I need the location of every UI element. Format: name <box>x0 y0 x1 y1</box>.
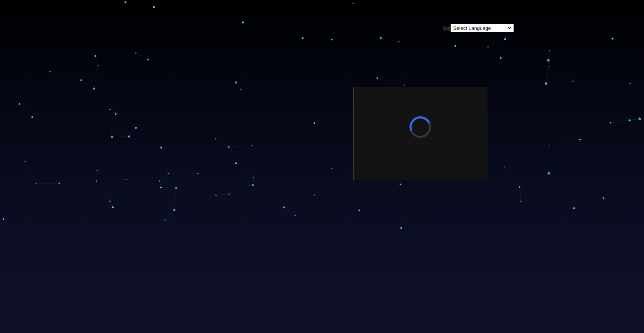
particle-dot <box>32 116 33 118</box>
particle-dot <box>164 219 166 221</box>
particle-dot <box>126 179 127 180</box>
particle-dot <box>115 113 117 115</box>
particle-link <box>546 81 573 84</box>
particle-dot <box>302 37 304 39</box>
particle-dot <box>111 136 113 138</box>
particle-link <box>97 171 97 181</box>
particle-dot <box>19 103 20 105</box>
particle-dot <box>215 195 217 196</box>
particle-dot <box>93 88 95 90</box>
particle-dot <box>400 184 401 185</box>
particle-link <box>110 110 112 137</box>
particle-link <box>314 168 332 195</box>
particle-link <box>216 194 229 195</box>
particle-link <box>160 181 176 188</box>
particle-dot <box>504 167 505 168</box>
loading-panel-footer <box>354 167 487 180</box>
particle-link <box>161 173 169 187</box>
particle-dot <box>629 83 631 84</box>
particle-link <box>112 114 116 137</box>
particle-dot <box>197 173 199 174</box>
particle-dot <box>572 80 574 82</box>
particle-dot <box>80 79 82 81</box>
particle-link <box>520 173 549 187</box>
particle-link <box>501 39 505 58</box>
particle-dot <box>160 147 162 149</box>
particle-link <box>94 89 110 110</box>
particle-dot <box>49 71 51 72</box>
particle-dot <box>159 180 160 182</box>
particle-link <box>236 163 254 177</box>
particle-dot <box>168 173 169 174</box>
particle-dot <box>124 1 126 3</box>
particle-dot <box>59 183 60 184</box>
particle-dot <box>639 118 641 120</box>
particle-dot <box>240 89 241 90</box>
particle-dot <box>314 122 315 124</box>
particle-dot <box>548 172 550 175</box>
particle-dot <box>331 168 332 169</box>
particle-link <box>36 183 59 184</box>
loading-panel-body <box>354 87 487 167</box>
particle-link <box>488 39 505 47</box>
particle-link <box>160 173 169 181</box>
particle-dot <box>454 45 456 47</box>
particle-dot <box>359 210 360 211</box>
particle-dot <box>404 85 405 86</box>
particle-dot <box>228 146 230 148</box>
particle-dot <box>253 177 254 178</box>
particle-link <box>215 139 229 147</box>
particle-link <box>381 38 399 42</box>
particle-link <box>284 207 295 216</box>
particle-link <box>252 146 254 177</box>
particle-dot <box>109 109 111 110</box>
particle-dot <box>549 145 550 146</box>
particle-link <box>125 2 154 7</box>
particle-link <box>303 38 332 40</box>
loading-panel <box>353 87 487 180</box>
particle-dot <box>252 145 253 146</box>
particle-link <box>176 173 198 188</box>
particle-link <box>97 171 110 201</box>
particle-link <box>110 179 126 201</box>
particle-dot <box>135 52 137 54</box>
particle-link <box>95 56 98 66</box>
particle-dot <box>611 38 613 40</box>
particle-link <box>116 114 136 128</box>
loading-spinner <box>410 116 431 138</box>
particle-dot <box>504 38 506 40</box>
particle-link <box>19 104 32 117</box>
spinner-arc <box>411 117 429 130</box>
particle-link <box>630 119 640 120</box>
particle-link <box>229 146 252 147</box>
language-select[interactable]: Select Language <box>450 24 514 32</box>
particle-dot <box>549 50 550 51</box>
particle-link <box>97 171 126 179</box>
particle-link <box>161 187 165 220</box>
particle-link <box>229 185 253 194</box>
translate-icon-bar <box>447 27 447 31</box>
particle-dot <box>573 207 575 209</box>
particle-dot <box>353 3 354 4</box>
particle-dot <box>610 122 611 124</box>
particle-dot <box>135 127 137 129</box>
particle-link <box>81 80 94 89</box>
particle-dot <box>242 21 244 23</box>
particle-dot <box>95 55 96 57</box>
particle-dot <box>36 183 37 184</box>
particle-link <box>574 198 603 208</box>
particle-dot <box>98 65 99 66</box>
particle-link <box>229 163 236 194</box>
google-translate-icon <box>443 25 449 31</box>
particle-dot <box>147 59 149 61</box>
particle-dot <box>331 39 333 41</box>
particle-dot <box>294 215 296 216</box>
translate-icon-bar <box>449 27 449 31</box>
particle-link <box>165 210 174 220</box>
particle-dot <box>400 227 402 229</box>
particle-dot <box>215 138 216 140</box>
translate-icon-bar <box>443 27 443 31</box>
particle-link <box>549 66 573 81</box>
particle-link <box>236 82 241 90</box>
particle-link <box>169 173 176 188</box>
